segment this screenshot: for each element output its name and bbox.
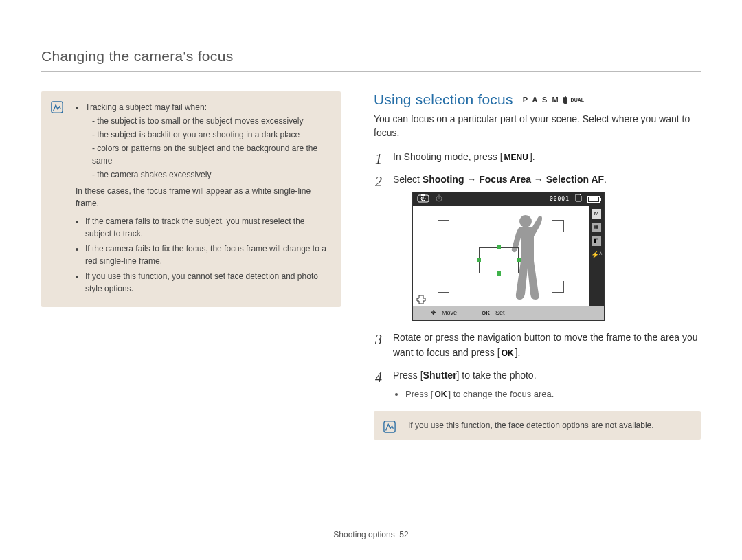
step-4: Press [Shutter] to take the photo. Press… xyxy=(374,368,701,401)
reason: colors or patterns on the subject and th… xyxy=(92,142,328,167)
step-4-sub-item: Press [OK] to change the focus area. xyxy=(405,388,701,401)
footer-section: Shooting options xyxy=(333,530,394,539)
step-3: Rotate or press the navigation button to… xyxy=(374,331,701,360)
note-item: If the camera fails to fix the focus, th… xyxy=(85,243,328,267)
lcd-hint-move: Move xyxy=(442,309,457,318)
text: ]. xyxy=(530,151,535,162)
arrow: → xyxy=(531,174,546,185)
reason: the subject is backlit or you are shooti… xyxy=(92,128,328,141)
note-icon xyxy=(51,101,63,113)
lcd-hint-set: Set xyxy=(495,309,505,318)
note-item: If the camera fails to track the subject… xyxy=(85,215,328,240)
lcd-preview: P 00001 xyxy=(412,192,605,321)
svg-point-6 xyxy=(519,215,532,227)
af-marker xyxy=(497,271,501,276)
lcd-counter: 00001 xyxy=(550,195,570,203)
svg-rect-3 xyxy=(421,194,425,196)
step-2: Select Shooting → Focus Area → Selection… xyxy=(374,172,701,321)
tracking-consequence: In these cases, the focus frame will app… xyxy=(76,185,328,210)
ok-button-label: OK xyxy=(502,347,514,360)
lcd-side-icon: ◧ xyxy=(592,236,601,246)
text: In Shooting mode, press [ xyxy=(393,151,503,162)
battery-icon xyxy=(587,196,600,203)
footer-page-number: 52 xyxy=(399,530,408,539)
nav-icon: ✥ xyxy=(431,309,436,318)
left-column: Tracking a subject may fail when: the su… xyxy=(41,91,341,440)
menu-button-label: MENU xyxy=(504,151,528,164)
shutter-button-label: Shutter xyxy=(423,370,457,381)
text: Rotate or press the navigation button to… xyxy=(393,332,698,358)
note-item: If you use this function, you cannot set… xyxy=(85,270,328,295)
menu-path-part: Selection AF xyxy=(546,174,604,185)
two-column-layout: Tracking a subject may fail when: the su… xyxy=(41,91,701,440)
menu-path-part: Focus Area xyxy=(479,174,531,185)
af-marker xyxy=(517,258,521,262)
tracking-fail-list: Tracking a subject may fail when: the su… xyxy=(76,101,328,295)
selection-af-frame xyxy=(479,247,519,273)
text: Select xyxy=(393,174,423,185)
step-1: In Shooting mode, press [MENU]. xyxy=(374,150,701,165)
text: . xyxy=(604,174,607,185)
reason: the camera shakes excessively xyxy=(92,168,328,181)
mode-dual-text: DUAL xyxy=(571,98,584,102)
mode-icons: P A S M DUAL xyxy=(523,96,584,104)
step-4-sub: Press [OK] to change the focus area. xyxy=(393,388,701,401)
header-rule xyxy=(41,71,701,72)
text: ] to change the focus area. xyxy=(448,389,554,399)
af-bracket xyxy=(552,281,564,293)
flash-auto-icon: ⚡ᴬ xyxy=(592,250,601,260)
steps-list: In Shooting mode, press [MENU]. Select S… xyxy=(374,150,701,402)
reason: the subject is too small or the subject … xyxy=(92,115,328,127)
note-text: If you use this function, the face detec… xyxy=(408,421,654,430)
text: Press [ xyxy=(405,389,433,399)
lcd-top-bar: P 00001 xyxy=(413,192,604,206)
af-bracket xyxy=(438,281,449,293)
tracking-fail-reasons: the subject is too small or the subject … xyxy=(85,115,328,181)
lcd-bottom-bar: ✥ Move OK Set xyxy=(413,306,604,320)
af-marker xyxy=(477,258,481,262)
af-marker xyxy=(497,245,501,249)
face-detection-note-box: If you use this function, the face detec… xyxy=(374,411,701,440)
af-bracket xyxy=(552,220,564,232)
manual-page: Changing the camera's focus Tracking a s… xyxy=(0,0,742,560)
lcd-side-icon: M xyxy=(592,209,601,219)
text: Tracking a subject may fail when: xyxy=(85,102,207,112)
text: ] to take the photo. xyxy=(457,370,537,381)
text: ]. xyxy=(515,347,521,358)
section-intro: You can focus on a particular part of yo… xyxy=(374,112,701,140)
lcd-right-bar: M ▦ ◧ ⚡ᴬ xyxy=(589,206,604,306)
mode-letters: P A S M xyxy=(523,96,560,104)
svg-text:P: P xyxy=(422,197,425,201)
tracking-fail-lead: Tracking a subject may fail when: the su… xyxy=(85,101,328,210)
ok-button-label: OK xyxy=(434,388,447,401)
timer-icon xyxy=(435,194,443,205)
lcd-body xyxy=(413,206,589,306)
page-footer: Shooting options 52 xyxy=(0,530,742,539)
tracking-note-box: Tracking a subject may fail when: the su… xyxy=(41,91,341,307)
note-icon xyxy=(383,421,396,433)
page-header: Changing the camera's focus xyxy=(41,48,701,65)
ok-label: OK xyxy=(482,309,490,317)
ois-icon xyxy=(416,294,425,304)
af-bracket xyxy=(438,220,449,232)
camera-mode-icon: P xyxy=(417,193,429,205)
menu-path-part: Shooting xyxy=(423,174,464,185)
text: Press [ xyxy=(393,370,423,381)
section-heading: Using selection focus P A S M DUAL xyxy=(374,91,701,108)
sd-card-icon xyxy=(575,194,582,205)
lcd-side-icon: ▦ xyxy=(592,223,601,232)
right-column: Using selection focus P A S M DUAL You c… xyxy=(374,91,701,440)
section-title-text: Using selection focus xyxy=(374,91,513,108)
arrow: → xyxy=(464,174,479,185)
hand-icon xyxy=(562,96,569,104)
